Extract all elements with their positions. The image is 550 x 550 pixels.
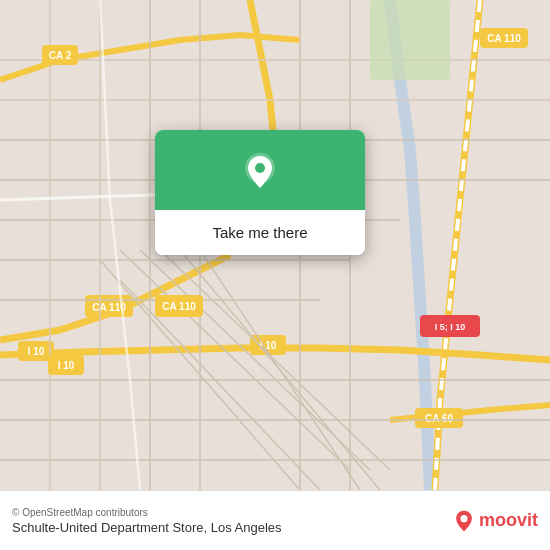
svg-text:CA 110: CA 110 <box>487 33 521 44</box>
moovit-logo: moovit <box>453 510 538 532</box>
popup-card: Take me there <box>155 130 365 255</box>
take-me-there-button[interactable]: Take me there <box>155 210 365 255</box>
svg-rect-43 <box>370 0 450 80</box>
map-container: CA 110 I 10 I 10 CA 60 I 5; I 10 <box>0 0 550 490</box>
svg-text:I 10: I 10 <box>58 360 75 371</box>
location-pin-icon <box>238 150 282 194</box>
svg-text:I 10: I 10 <box>28 346 45 357</box>
svg-text:CA 110: CA 110 <box>162 301 196 312</box>
svg-text:CA 2: CA 2 <box>49 50 72 61</box>
bottom-left-info: © OpenStreetMap contributors Schulte-Uni… <box>12 507 282 535</box>
popup-icon-area <box>155 130 365 210</box>
svg-point-45 <box>255 163 265 173</box>
copyright-text: © OpenStreetMap contributors <box>12 507 282 518</box>
moovit-label: moovit <box>479 510 538 531</box>
svg-text:CA 60: CA 60 <box>425 413 453 424</box>
svg-text:I 5; I 10: I 5; I 10 <box>435 322 466 332</box>
location-name: Schulte-United Department Store, Los Ang… <box>12 520 282 535</box>
svg-point-46 <box>460 515 467 522</box>
bottom-bar: © OpenStreetMap contributors Schulte-Uni… <box>0 490 550 550</box>
moovit-pin-icon <box>453 510 475 532</box>
